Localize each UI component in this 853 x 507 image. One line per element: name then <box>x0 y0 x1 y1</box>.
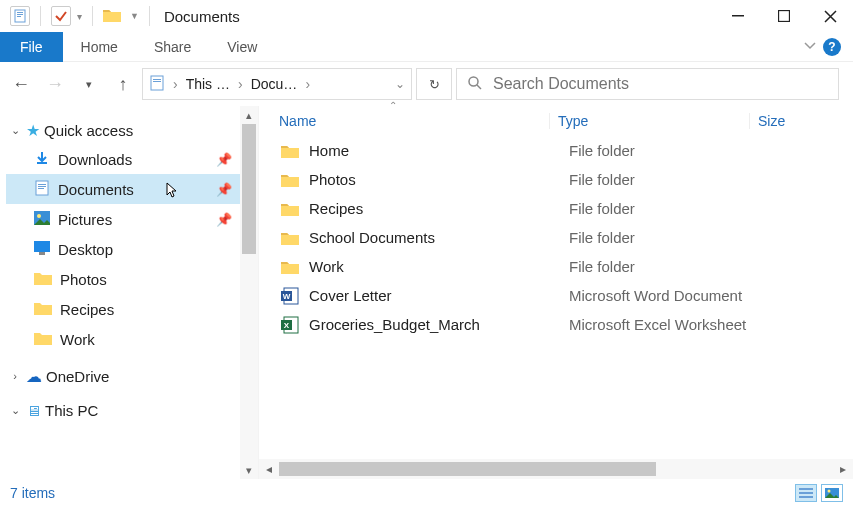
file-type: File folder <box>569 200 635 217</box>
forward-button[interactable]: → <box>40 69 70 99</box>
svg-rect-2 <box>17 14 23 15</box>
back-button[interactable]: ← <box>6 69 36 99</box>
chevron-right-icon[interactable]: › <box>169 76 182 92</box>
navigation-row: ← → ▾ ↑ › This … › Docu… › ⌄ ↻ <box>0 62 853 106</box>
scroll-thumb[interactable] <box>279 462 656 476</box>
excel-icon: X <box>279 314 301 336</box>
nav-item-work[interactable]: Work <box>6 324 240 354</box>
file-row[interactable]: WorkFile folder <box>259 252 853 281</box>
separator <box>40 6 41 26</box>
status-bar: 7 items <box>0 479 853 507</box>
nav-scrollbar[interactable]: ▴ ▾ <box>240 106 258 479</box>
onedrive-header[interactable]: › ☁ OneDrive <box>6 362 240 390</box>
item-count: 7 items <box>10 485 55 501</box>
nav-item-label: Recipes <box>60 301 114 318</box>
chevron-right-icon[interactable]: › <box>234 76 247 92</box>
folder-icon <box>103 8 121 25</box>
folder-icon <box>279 227 301 249</box>
file-type: File folder <box>569 142 635 159</box>
nav-item-photos[interactable]: Photos <box>6 264 240 294</box>
column-type[interactable]: Type <box>549 113 749 129</box>
pin-icon: 📌 <box>216 152 232 167</box>
properties-icon[interactable] <box>10 6 30 26</box>
sort-indicator-icon: ⌃ <box>389 100 397 111</box>
svg-rect-5 <box>779 11 790 22</box>
search-icon <box>467 75 483 94</box>
scroll-left-icon[interactable]: ◂ <box>259 462 279 476</box>
breadcrumb-current[interactable]: Docu… <box>251 76 298 92</box>
window-controls <box>715 0 853 32</box>
file-row[interactable]: School DocumentsFile folder <box>259 223 853 252</box>
home-tab[interactable]: Home <box>63 32 136 62</box>
scroll-up-icon[interactable]: ▴ <box>240 106 258 124</box>
folder-icon <box>279 169 301 191</box>
caret-down-icon[interactable]: ⌄ <box>8 124 22 137</box>
search-box[interactable] <box>456 68 839 100</box>
onedrive-label: OneDrive <box>46 368 109 385</box>
caret-right-icon[interactable]: › <box>8 370 22 382</box>
column-name[interactable]: Name <box>279 113 549 129</box>
file-row[interactable]: WCover LetterMicrosoft Word Document <box>259 281 853 310</box>
title-bar: ▾ ▼ Documents <box>0 0 853 32</box>
thumbnail-view-button[interactable] <box>821 484 843 502</box>
nav-item-recipes[interactable]: Recipes <box>6 294 240 324</box>
file-name: Home <box>309 142 569 159</box>
this-pc-label: This PC <box>45 402 98 419</box>
nav-item-label: Downloads <box>58 151 132 168</box>
nav-item-downloads[interactable]: Downloads 📌 <box>6 144 240 174</box>
view-tab[interactable]: View <box>209 32 275 62</box>
scroll-right-icon[interactable]: ▸ <box>833 462 853 476</box>
column-size[interactable]: Size <box>749 113 853 129</box>
svg-rect-17 <box>34 241 50 252</box>
svg-rect-14 <box>38 188 44 189</box>
caret-down-icon[interactable]: ⌄ <box>8 404 22 417</box>
file-name: School Documents <box>309 229 569 246</box>
svg-rect-4 <box>732 15 744 17</box>
svg-rect-6 <box>151 76 163 90</box>
chevron-down-icon[interactable]: ⌄ <box>395 77 405 91</box>
nav-item-label: Work <box>60 331 95 348</box>
maximize-button[interactable] <box>761 0 807 32</box>
ribbon-collapse-icon[interactable] <box>803 38 817 55</box>
file-row[interactable]: HomeFile folder <box>259 136 853 165</box>
search-input[interactable] <box>493 75 828 93</box>
title-dropdown-icon[interactable]: ▼ <box>130 11 139 21</box>
checkbox-icon[interactable] <box>51 6 71 26</box>
file-row[interactable]: PhotosFile folder <box>259 165 853 194</box>
address-bar[interactable]: › This … › Docu… › ⌄ <box>142 68 412 100</box>
breadcrumb-root[interactable]: This … <box>186 76 230 92</box>
qat-dropdown-icon[interactable]: ▾ <box>77 11 82 22</box>
scroll-down-icon[interactable]: ▾ <box>240 461 258 479</box>
svg-rect-7 <box>153 79 161 80</box>
folder-icon <box>34 331 52 348</box>
nav-item-documents[interactable]: Documents 📌 <box>6 174 240 204</box>
nav-item-label: Desktop <box>58 241 113 258</box>
file-type: Microsoft Word Document <box>569 287 742 304</box>
history-dropdown-icon[interactable]: ▾ <box>74 69 104 99</box>
file-type: Microsoft Excel Worksheet <box>569 316 746 333</box>
file-tab[interactable]: File <box>0 32 63 62</box>
svg-rect-26 <box>799 492 813 494</box>
help-button[interactable]: ? <box>823 38 841 56</box>
up-button[interactable]: ↑ <box>108 69 138 99</box>
minimize-button[interactable] <box>715 0 761 32</box>
column-headers: ⌃ Name Type Size <box>259 106 853 136</box>
folder-icon <box>279 140 301 162</box>
star-icon: ★ <box>26 121 40 140</box>
folder-icon <box>279 256 301 278</box>
quick-access-header[interactable]: ⌄ ★ Quick access <box>6 116 240 144</box>
details-view-button[interactable] <box>795 484 817 502</box>
share-tab[interactable]: Share <box>136 32 209 62</box>
nav-item-pictures[interactable]: Pictures 📌 <box>6 204 240 234</box>
svg-point-29 <box>828 490 831 493</box>
file-row[interactable]: RecipesFile folder <box>259 194 853 223</box>
nav-item-desktop[interactable]: Desktop <box>6 234 240 264</box>
chevron-right-icon[interactable]: › <box>301 76 314 92</box>
file-row[interactable]: XGroceries_Budget_MarchMicrosoft Excel W… <box>259 310 853 339</box>
close-button[interactable] <box>807 0 853 32</box>
navigation-pane: ⌄ ★ Quick access Downloads 📌 Documents 📌… <box>0 106 240 479</box>
this-pc-header[interactable]: ⌄ 🖥 This PC <box>6 396 240 424</box>
scroll-thumb[interactable] <box>242 124 256 254</box>
refresh-button[interactable]: ↻ <box>416 68 452 100</box>
content-h-scrollbar[interactable]: ◂ ▸ <box>259 459 853 479</box>
